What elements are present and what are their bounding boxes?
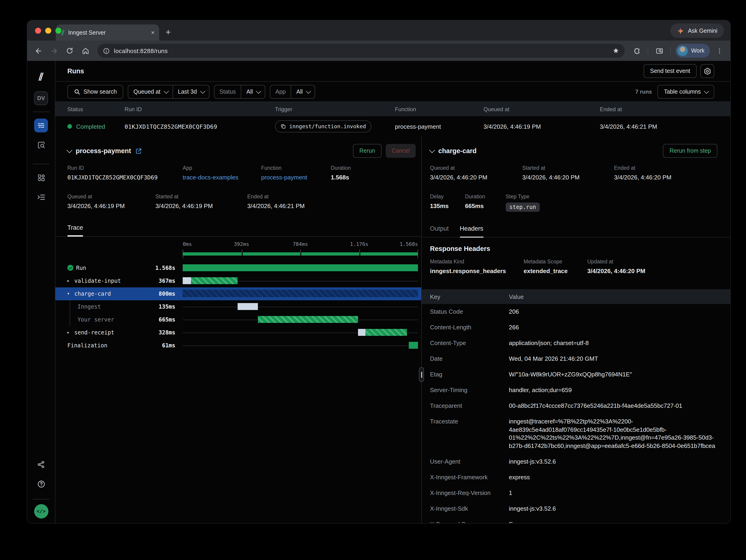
- tab-trace[interactable]: Trace: [67, 224, 83, 236]
- bookmark-star-icon[interactable]: [609, 44, 622, 57]
- time-range-select[interactable]: Last 3d: [172, 85, 209, 98]
- sidebar-item-dev-server[interactable]: [34, 190, 48, 204]
- sidebar-item-runs[interactable]: [34, 119, 48, 132]
- queued-at-value: 3/4/2026, 4:46:19 PM: [67, 203, 125, 209]
- panel-resize-handle[interactable]: [419, 367, 424, 382]
- url-text[interactable]: localhost:8288/runs: [114, 47, 605, 54]
- sidebar-divider: [33, 164, 49, 164]
- queued-at-filter[interactable]: Queued at Last 3d: [128, 85, 209, 98]
- site-info-icon[interactable]: [103, 47, 110, 54]
- sidebar-item-events[interactable]: [34, 138, 48, 152]
- collapse-chevron-icon[interactable]: [429, 147, 435, 153]
- step-fields-row-1: Queued at 3/4/2026, 4:46:20 PM Started a…: [422, 165, 730, 189]
- tab-headers[interactable]: Headers: [460, 225, 483, 238]
- panel-resize-divider[interactable]: [421, 137, 422, 523]
- profile-chip[interactable]: Work: [676, 44, 710, 58]
- maximize-window-button[interactable]: [55, 28, 61, 34]
- column-header-trigger[interactable]: Trigger: [275, 106, 395, 112]
- header-value: Wed, 04 Mar 2026 21:46:20 GMT: [509, 355, 720, 363]
- headers-table-header: Key Value: [422, 289, 730, 304]
- sidebar-item-apps[interactable]: [34, 171, 48, 184]
- home-button[interactable]: [79, 44, 92, 57]
- updated-at-value: 3/4/2026, 4:46:20 PM: [587, 268, 645, 274]
- trace-bar-delay: [358, 329, 365, 336]
- trace-step-duration: 1.568s: [155, 265, 175, 271]
- reload-button[interactable]: [63, 44, 76, 57]
- header-value: inngest@traceref=%7B%22tp%22%3A%2200-4ae…: [509, 417, 720, 450]
- extensions-icon[interactable]: [630, 44, 643, 57]
- axis-tick: 392ms: [234, 241, 249, 247]
- search-icon: [74, 88, 80, 95]
- header-key: Content-Length: [422, 323, 509, 331]
- sidebar-item-help[interactable]: [34, 477, 48, 491]
- profile-label: Work: [691, 48, 705, 54]
- run-fields-row-1: Run ID 01KJXD1TQCZ852GMEX0CQF3D69 App tr…: [55, 165, 421, 189]
- step-detail-panel: charge-card Rerun from step Queued at 3/…: [422, 137, 730, 523]
- trace-row-charge-card[interactable]: ▼charge-card800ms: [55, 287, 421, 300]
- browser-tab[interactable]: ⫽ Inngest Server ×: [56, 25, 159, 40]
- rerun-button[interactable]: Rerun: [353, 144, 381, 158]
- runs-list-icon: [37, 121, 45, 129]
- settings-button[interactable]: [700, 64, 714, 78]
- queued-at-field-select[interactable]: Queued at: [128, 85, 173, 98]
- column-header-function[interactable]: Function: [395, 106, 484, 112]
- step-type-label: Step Type: [506, 194, 540, 199]
- close-window-button[interactable]: [35, 28, 41, 34]
- status-filter[interactable]: Status All: [214, 85, 265, 98]
- dev-tools-button[interactable]: </>: [34, 504, 48, 519]
- env-badge[interactable]: DV: [34, 91, 48, 105]
- browser-window: ⫽ Inngest Server × + Ask Gemini: [27, 20, 730, 523]
- trace-row-inngest[interactable]: Inngest135ms: [55, 300, 421, 313]
- external-link-icon[interactable]: [135, 147, 142, 154]
- show-search-button[interactable]: Show search: [67, 85, 123, 98]
- caret-right-icon[interactable]: ▶: [67, 330, 71, 334]
- column-header-queued-at[interactable]: Queued at: [484, 106, 600, 112]
- address-bar[interactable]: localhost:8288/runs: [97, 44, 625, 58]
- back-button[interactable]: [32, 44, 45, 57]
- collapse-chevron-icon[interactable]: [66, 147, 72, 153]
- trace-row-run[interactable]: Run1.568s: [55, 261, 421, 274]
- browser-menu-kebab-icon[interactable]: [713, 44, 726, 57]
- trace-row-your-server[interactable]: Your server665ms: [55, 313, 421, 326]
- trigger-pill[interactable]: inngest/function.invoked: [275, 120, 371, 132]
- table-columns-button[interactable]: Table columns: [657, 85, 714, 98]
- gear-icon: [703, 67, 711, 75]
- chevron-down-icon: [164, 88, 169, 94]
- caret-right-icon[interactable]: ▶: [67, 279, 71, 283]
- trace-overview-bar[interactable]: [183, 248, 418, 259]
- status-filter-select[interactable]: All: [241, 85, 265, 98]
- header-key: User-Agent: [422, 458, 509, 466]
- tab-output[interactable]: Output: [430, 225, 449, 238]
- sidebar-divider: [33, 112, 49, 112]
- trace-tab-divider: [55, 236, 421, 236]
- app-filter-select[interactable]: All: [291, 85, 315, 98]
- trace-track: [183, 287, 418, 300]
- column-header-run-id[interactable]: Run ID: [124, 106, 275, 112]
- run-table-row[interactable]: Completed 01KJXD1TQCZ852GMEX0CQF3D69 inn…: [55, 116, 730, 137]
- app-link[interactable]: trace-docs-examples: [183, 174, 238, 181]
- queued-at-label: Queued at: [67, 194, 125, 199]
- search-tabs-icon[interactable]: [653, 44, 666, 57]
- tab-close-icon[interactable]: ×: [151, 29, 154, 36]
- sidebar-item-share[interactable]: [34, 458, 48, 471]
- caret-down-icon[interactable]: ▼: [67, 292, 71, 295]
- trace-row-finalization[interactable]: Finalization61ms: [55, 339, 421, 352]
- trace-row-validate-input[interactable]: ▶validate-input367ms: [55, 274, 421, 287]
- forward-button[interactable]: [48, 44, 60, 57]
- trace-bar-delay: [183, 277, 191, 284]
- column-header-status[interactable]: Status: [55, 106, 124, 112]
- trace-row-send-receipt[interactable]: ▶send-receipt328ms: [55, 326, 421, 339]
- new-tab-button[interactable]: +: [166, 27, 171, 37]
- ask-gemini-button[interactable]: Ask Gemini: [670, 24, 724, 38]
- column-header-ended-at[interactable]: Ended at: [600, 106, 730, 112]
- rerun-from-step-button[interactable]: Rerun from step: [663, 144, 717, 158]
- updated-at-label: Updated at: [587, 259, 645, 264]
- trace-step-duration: 61ms: [162, 342, 175, 349]
- trace-step-duration: 328ms: [159, 329, 175, 335]
- send-test-event-button[interactable]: Send test event: [643, 64, 697, 78]
- metadata-scope-label: Metadata Scope: [524, 259, 568, 264]
- app-filter[interactable]: App All: [270, 85, 315, 98]
- window-controls[interactable]: [35, 28, 61, 34]
- minimize-window-button[interactable]: [45, 28, 51, 34]
- function-link[interactable]: process-payment: [261, 174, 307, 181]
